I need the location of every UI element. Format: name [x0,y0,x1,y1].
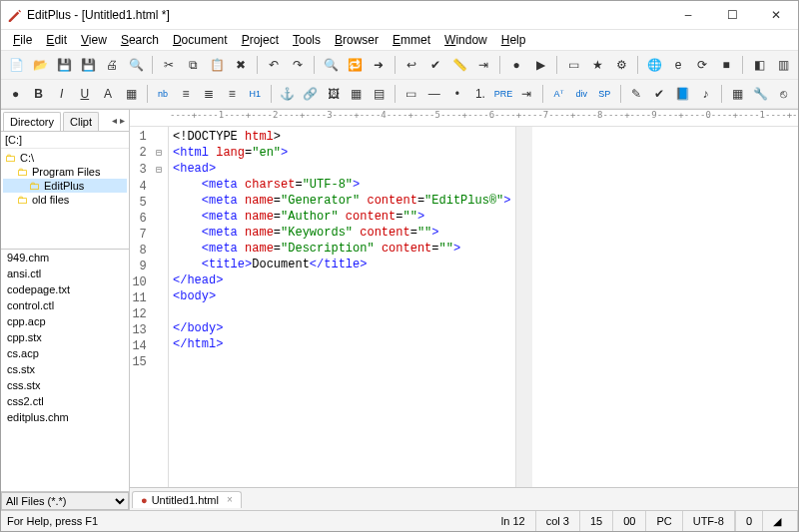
olist-button[interactable]: 1. [469,82,490,106]
file-list[interactable]: 949.chmansi.ctlcodepage.txtcontrol.ctlcp… [1,250,129,491]
save-button[interactable]: 💾 [53,53,75,77]
text-a-button[interactable]: Aᵀ [548,82,569,106]
undo-button[interactable]: ↶ [263,53,285,77]
color-button[interactable]: ▦ [120,82,141,106]
bold-button[interactable]: B [28,82,49,106]
book-button[interactable]: 📘 [672,82,693,106]
grid-button[interactable]: ▦ [727,82,748,106]
file-filter[interactable]: All Files (*.*) [1,491,129,510]
saveall-button[interactable]: 💾 [77,53,99,77]
close-button[interactable]: ✕ [754,1,798,29]
maximize-button[interactable]: ☐ [710,1,754,29]
ball-button[interactable]: ● [5,82,26,106]
browser-ie-button[interactable]: e [667,53,689,77]
record-button[interactable]: ● [505,53,527,77]
replace-button[interactable]: 🔁 [344,53,366,77]
font-button[interactable]: A [97,82,118,106]
file-item[interactable]: 949.chm [1,250,129,266]
sidebar-tab-cliptext[interactable]: Clipt [63,112,99,131]
menu-window[interactable]: Window [438,31,493,49]
tree-item[interactable]: 🗀Program Files [3,165,127,179]
toggle-pane-button[interactable]: ◧ [748,53,770,77]
menu-tools[interactable]: Tools [287,31,327,49]
exit-button[interactable]: ⎋ [773,82,794,106]
cut-button[interactable]: ✂ [158,53,180,77]
wrap-button[interactable]: ↩ [400,53,422,77]
menu-help[interactable]: Help [495,31,532,49]
drive-selector[interactable]: [C:] [1,132,129,149]
stop-button[interactable]: ■ [715,53,737,77]
print-button[interactable]: 🖨 [101,53,123,77]
bookmark-button[interactable]: ★ [586,53,608,77]
ruler-button[interactable]: 📏 [448,53,470,77]
italic-button[interactable]: I [51,82,72,106]
div-button[interactable]: div [571,82,592,106]
form-button[interactable]: ▤ [369,82,390,106]
music-button[interactable]: ♪ [695,82,716,106]
delete-button[interactable]: ✖ [230,53,252,77]
copy-button[interactable]: ⧉ [182,53,204,77]
image-button[interactable]: 🖼 [323,82,344,106]
scrollbar-vertical[interactable] [515,127,532,487]
right-button[interactable]: ≡ [222,82,243,106]
sidebar-tab-directory[interactable]: Directory [3,112,61,131]
tools-button[interactable]: 🔧 [750,82,771,106]
file-item[interactable]: codepage.txt [1,281,129,297]
tree-item[interactable]: 🗀EditPlus [3,179,127,193]
list-button[interactable]: • [446,82,467,106]
find-button[interactable]: 🔍 [320,53,342,77]
link-button[interactable]: 🔗 [300,82,321,106]
preview-button[interactable]: 🔍 [125,53,147,77]
sp-button[interactable]: SP [594,82,615,106]
file-item[interactable]: css2.ctl [1,393,129,409]
file-item[interactable]: cs.stx [1,361,129,377]
open-button[interactable]: 📂 [29,53,51,77]
toggle-output-button[interactable]: ▥ [772,53,794,77]
file-item[interactable]: control.ctl [1,297,129,313]
file-item[interactable]: ansi.ctl [1,266,129,281]
menu-file[interactable]: File [7,31,38,49]
menu-document[interactable]: Document [167,31,234,49]
check-button[interactable]: ✔ [649,82,670,106]
anchor-button[interactable]: ⚓ [277,82,298,106]
new-button[interactable]: 📄 [5,53,27,77]
file-item[interactable]: editplus.chm [1,409,129,425]
folder-tree[interactable]: 🗀C:\🗀Program Files🗀EditPlus🗀old files [1,149,129,250]
indent-button[interactable]: ⇥ [516,82,537,106]
menu-emmet[interactable]: Emmet [387,31,436,49]
heading-button[interactable]: H1 [245,82,266,106]
file-item[interactable]: cpp.acp [1,313,129,329]
menu-edit[interactable]: Edit [40,31,73,49]
frame-button[interactable]: ▭ [400,82,421,106]
tabs-button[interactable]: ⇥ [472,53,494,77]
hr-button[interactable]: — [423,82,444,106]
tree-item[interactable]: 🗀C:\ [3,151,127,165]
tree-item[interactable]: 🗀old files [3,193,127,207]
paste-button[interactable]: 📋 [206,53,228,77]
edit-button[interactable]: ✎ [626,82,647,106]
cfg-button[interactable]: ⚙ [610,53,632,77]
doc-tab-close-icon[interactable]: × [227,494,233,505]
center-button[interactable]: ≣ [199,82,220,106]
file-filter-select[interactable]: All Files (*.*) [1,492,129,510]
table-button[interactable]: ▦ [346,82,367,106]
status-resize-grip[interactable]: ◢ [763,511,798,531]
col-sel-button[interactable]: ▭ [562,53,584,77]
redo-button[interactable]: ↷ [287,53,309,77]
play-button[interactable]: ▶ [529,53,551,77]
document-tab[interactable]: ● Untitled1.html × [132,491,242,508]
file-item[interactable]: cs.acp [1,345,129,361]
pre-button[interactable]: PRE [493,82,514,106]
menu-search[interactable]: Search [115,31,165,49]
nb-button[interactable]: nb [152,82,173,106]
file-item[interactable]: css.stx [1,377,129,393]
browser-button[interactable]: 🌐 [643,53,665,77]
underline-button[interactable]: U [74,82,95,106]
goto-button[interactable]: ➜ [368,53,390,77]
menu-project[interactable]: Project [236,31,285,49]
menu-view[interactable]: View [75,31,113,49]
refresh-button[interactable]: ⟳ [691,53,713,77]
code-content[interactable]: <!DOCTYPE html><html lang="en"><head> <m… [169,127,515,487]
menu-browser[interactable]: Browser [329,31,385,49]
sidebar-tab-nav[interactable]: ◂ ▸ [108,115,129,126]
